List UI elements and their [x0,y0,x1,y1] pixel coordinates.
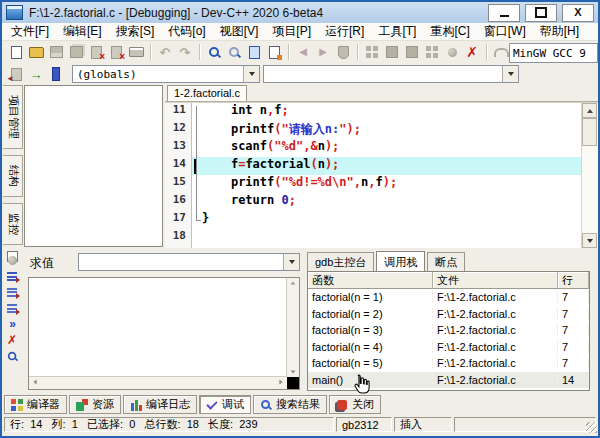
goto-next-page-icon[interactable]: → [26,65,46,83]
code-token: ( [274,175,281,189]
debug-tab-3[interactable]: 断点 [427,252,465,272]
menu-item[interactable]: 窗口[W] [477,23,533,40]
print-icon[interactable] [126,43,146,61]
callstack-row[interactable]: factorial(n = 1)F:\1-2.factorial.c7 [308,289,589,306]
callstack-row[interactable]: factorial(n = 5)F:\1-2.factorial.c7 [308,355,589,372]
evaluate-combobox[interactable] [78,253,300,271]
callstack-row[interactable]: main()F:\1-2.factorial.c14 [308,372,589,389]
close-button[interactable]: X [562,4,594,22]
step-out-icon[interactable] [4,301,20,315]
goto-prev-page-icon[interactable]: ◄ [6,65,26,83]
menu-item[interactable]: 工具[T] [371,23,423,40]
editor-gutter[interactable]: 1112131415161718 [165,103,192,248]
maximize-button[interactable] [525,4,557,22]
editor-vscrollbar[interactable] [581,103,598,248]
menu-item[interactable]: 代码[o] [161,23,212,40]
find-icon[interactable] [204,43,224,61]
resize-grip[interactable] [586,422,597,433]
scroll-down-icon[interactable] [582,233,597,248]
column-line[interactable]: 行 [558,272,589,289]
goto-line-icon[interactable] [264,43,284,61]
find-in-files-icon[interactable] [224,43,244,61]
run-icon[interactable] [382,43,402,61]
report-tab-6[interactable]: 关闭 [329,395,381,414]
compile-run-icon[interactable] [402,43,422,61]
code-line-11[interactable]: int n,f; [192,103,582,121]
debug-tab-2[interactable]: 调用栈 [376,251,425,272]
step-into-icon[interactable] [4,285,20,299]
code-line-14[interactable]: f=factorial(n); [192,157,582,175]
menu-item[interactable]: 帮助[H] [533,23,586,40]
abort-icon[interactable]: ✗ [462,43,482,61]
undo-icon[interactable]: ↶ [155,43,175,61]
menu-item[interactable]: 搜索[S] [109,23,162,40]
watch-listbox[interactable] [28,277,300,390]
open-icon[interactable] [26,43,46,61]
report-tab-3[interactable]: 编译日志 [123,395,197,414]
next-step-icon[interactable] [4,269,20,283]
chevron-down-icon[interactable] [502,66,518,82]
line-number: 17 [165,211,191,229]
save-icon[interactable] [46,43,66,61]
column-file[interactable]: 文件 [433,272,558,289]
callstack-row[interactable]: factorial(n = 3)F:\1-2.factorial.c7 [308,322,589,339]
new-file-icon[interactable] [6,43,26,61]
minimize-button[interactable] [488,4,520,22]
menu-item[interactable]: 重构[C] [423,23,476,40]
project-panel[interactable] [24,85,163,247]
sidebar-tab-2[interactable]: 结构 [3,155,23,197]
menu-item[interactable]: 项目[P] [265,23,318,40]
compile-icon[interactable] [362,43,382,61]
menu-item[interactable]: 视图[V] [213,23,266,40]
callstack-row[interactable]: factorial(n = 4)F:\1-2.factorial.c7 [308,339,589,356]
report-tab-5[interactable]: 搜索结果 [253,395,327,414]
sidebar-tab-3[interactable]: 监控 [3,203,23,245]
menu-item[interactable]: 编辑[E] [56,23,109,40]
close-file-icon[interactable] [86,43,106,61]
debug-start-icon[interactable] [4,253,20,267]
debug-icon[interactable] [442,43,462,61]
code-line-18[interactable] [192,229,582,247]
menu-item[interactable]: 运行[R] [318,23,371,40]
compiler-combobox[interactable]: MinGW GCC 9 [509,43,598,63]
members-combobox[interactable] [263,65,519,83]
close-all-icon[interactable] [106,43,126,61]
titlebar[interactable]: F:\1-2.factorial.c - [Debugging] - Dev-C… [2,2,598,23]
watch-vscrollbar[interactable] [286,278,299,377]
continue-icon[interactable]: » [4,317,20,331]
code-line-13[interactable]: scanf("%d",&n); [192,139,582,157]
watch-hscrollbar[interactable] [29,376,287,389]
report-tab-4[interactable]: 调试 [199,395,251,414]
goto-declaration-icon[interactable] [333,43,353,61]
code-line-16[interactable]: return 0; [192,193,582,211]
redo-icon[interactable]: ↷ [175,43,195,61]
editor-tab[interactable]: 1-2.factorial.c [167,85,247,101]
scroll-thumb[interactable] [582,118,597,146]
nav-forward-icon[interactable]: ▶ [313,43,333,61]
column-function[interactable]: 函数 [308,272,433,289]
chevron-down-icon[interactable] [283,254,299,270]
view-cpu-window-icon[interactable] [4,349,20,363]
globals-combobox[interactable]: (globals) [72,65,260,83]
rebuild-icon[interactable] [422,43,442,61]
code-line-12[interactable]: printf("请输入n:"); [192,121,582,139]
editor-code[interactable]: int n,f; printf("请输入n:"); scanf("%d",&n)… [192,103,582,248]
report-tab-1[interactable]: 编译器 [4,395,67,414]
menu-item[interactable]: 文件[F] [4,23,56,40]
callstack-row[interactable]: factorial(n = 2)F:\1-2.factorial.c7 [308,306,589,323]
chevron-down-icon[interactable] [243,66,259,82]
stop-execution-icon[interactable]: ✗ [4,333,20,347]
code-line-15[interactable]: printf("%d!=%d\n",n,f); [192,175,582,193]
save-all-icon[interactable] [66,43,86,61]
scroll-up-icon[interactable] [582,103,597,118]
sidebar-tab-1[interactable]: 项目管理 [3,85,23,149]
code-line-17[interactable]: } [192,211,582,229]
class-browser-bar-icon[interactable] [46,65,66,83]
nav-back-icon[interactable]: ◀ [293,43,313,61]
profile-icon[interactable] [491,43,511,61]
debug-tab-1[interactable]: gdb主控台 [307,252,374,272]
report-tab-2[interactable]: 资源 [69,395,121,414]
evaluate-label: 求值 [30,255,54,272]
code-token: , [354,175,361,189]
replace-icon[interactable] [244,43,264,61]
